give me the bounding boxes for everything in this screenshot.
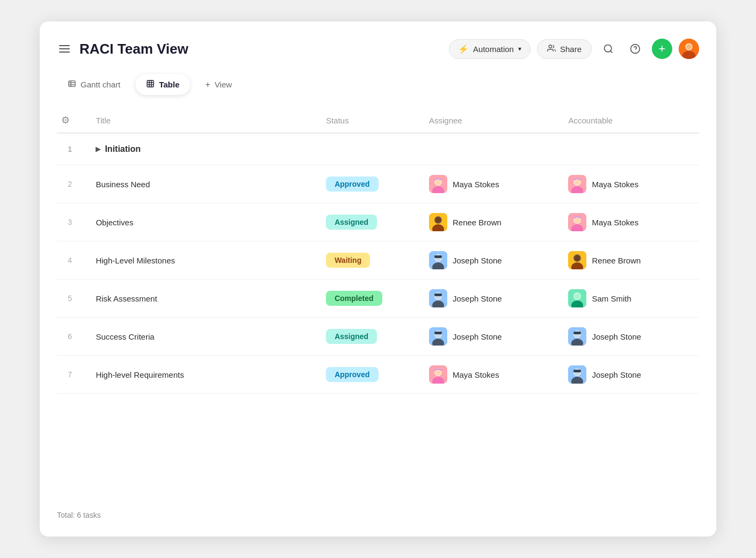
svg-rect-46 [434, 293, 442, 296]
task-accountable: Joseph Stone [559, 356, 699, 394]
assignee-avatar [429, 213, 447, 231]
task-assignee: Joseph Stone [420, 241, 560, 280]
task-accountable: Maya Stokes [559, 165, 699, 203]
task-assignee: Maya Stokes [420, 356, 560, 394]
svg-point-24 [575, 179, 580, 185]
svg-point-7 [686, 44, 692, 49]
row-num: 4 [57, 241, 87, 280]
task-status: Approved [317, 356, 420, 394]
automation-button[interactable]: ⚡ Automation ▾ [449, 39, 530, 59]
settings-icon[interactable]: ⚙ [61, 115, 70, 126]
task-title: Risk Assessment [87, 280, 317, 318]
accountable-avatar [568, 175, 586, 193]
menu-icon[interactable] [57, 43, 72, 55]
assignee-avatar [429, 251, 447, 269]
accountable-name: Maya Stokes [592, 180, 638, 189]
row-num: 1 [57, 133, 87, 165]
row-num: 6 [57, 318, 87, 356]
task-assignee: Joseph Stone [420, 318, 560, 356]
accountable-name: Sam Smith [592, 294, 631, 303]
title-col-header: Title [87, 108, 317, 133]
view-label: View [215, 80, 232, 89]
assignee-avatar [429, 365, 447, 384]
assignee-avatar [429, 289, 447, 307]
status-badge: Completed [326, 291, 382, 306]
task-status: Assigned [317, 203, 420, 241]
table-header-row: ⚙ Title Status Assignee Accountable [57, 108, 699, 133]
assignee-name: Maya Stokes [453, 370, 499, 379]
share-button[interactable]: Share [537, 39, 592, 59]
task-assignee: Renee Brown [420, 203, 560, 241]
table-row[interactable]: 4 High-Level Milestones Waiting Joseph S… [57, 241, 699, 280]
svg-point-49 [575, 293, 580, 299]
svg-rect-60 [573, 332, 581, 334]
task-title: Objectives [87, 203, 317, 241]
svg-rect-8 [69, 81, 75, 87]
assignee-avatar [429, 175, 447, 193]
accountable-avatar [568, 365, 586, 384]
header: RACI Team View ⚡ Automation ▾ Share [57, 39, 699, 59]
tab-gantt-chart[interactable]: Gantt chart [57, 74, 131, 95]
task-title: Success Criteria [87, 318, 317, 356]
task-status: Approved [317, 165, 420, 203]
task-assignee: Maya Stokes [420, 165, 560, 203]
row-num: 5 [57, 280, 87, 318]
group-title: ▶ Initiation [87, 133, 699, 165]
header-right: ⚡ Automation ▾ Share [449, 39, 699, 59]
svg-rect-37 [434, 255, 442, 258]
svg-rect-69 [573, 370, 581, 372]
user-avatar[interactable] [679, 39, 699, 59]
status-badge: Waiting [326, 253, 370, 268]
svg-point-40 [575, 255, 580, 261]
status-col-header: Status [317, 108, 420, 133]
svg-rect-12 [147, 80, 154, 87]
assignee-name: Renee Brown [453, 218, 501, 227]
task-title: High-level Requirements [87, 356, 317, 394]
table-wrap: ⚙ Title Status Assignee Accountable [57, 108, 699, 498]
accountable-col-header: Accountable [559, 108, 699, 133]
status-badge: Assigned [326, 215, 377, 230]
header-left: RACI Team View [57, 41, 188, 57]
svg-point-32 [575, 217, 580, 223]
gantt-icon [68, 79, 76, 90]
assignee-name: Joseph Stone [453, 256, 502, 265]
table-row[interactable]: 3 Objectives Assigned Renee Brown [57, 203, 699, 241]
search-button[interactable] [598, 39, 619, 59]
help-button[interactable] [625, 39, 645, 59]
status-badge: Assigned [326, 329, 377, 344]
table-row[interactable]: 5 Risk Assessment Completed Joseph Stone [57, 280, 699, 318]
table-row[interactable]: 7 High-level Requirements Approved Maya … [57, 356, 699, 394]
table-row[interactable]: 6 Success Criteria Assigned Joseph Stone [57, 318, 699, 356]
assignee-name: Maya Stokes [453, 180, 499, 189]
task-status: Completed [317, 280, 420, 318]
add-button[interactable]: + [652, 39, 672, 59]
share-icon [547, 44, 556, 54]
tab-view[interactable]: + View [194, 74, 243, 95]
accountable-name: Maya Stokes [592, 218, 638, 227]
task-accountable: Renee Brown [559, 241, 699, 280]
page-title: RACI Team View [79, 41, 188, 57]
table-row[interactable]: 1 ▶ Initiation [57, 133, 699, 165]
main-table: ⚙ Title Status Assignee Accountable [57, 108, 699, 394]
svg-point-27 [435, 217, 441, 223]
row-num: 3 [57, 203, 87, 241]
task-status: Assigned [317, 318, 420, 356]
row-num: 7 [57, 356, 87, 394]
lightning-icon: ⚡ [458, 44, 469, 54]
task-title: High-Level Milestones [87, 241, 317, 280]
status-badge: Approved [326, 367, 378, 382]
task-accountable: Sam Smith [559, 280, 699, 318]
svg-point-64 [435, 370, 441, 376]
table-icon [146, 79, 155, 90]
settings-col-header[interactable]: ⚙ [57, 108, 87, 133]
svg-point-20 [435, 179, 441, 185]
task-accountable: Joseph Stone [559, 318, 699, 356]
task-assignee: Joseph Stone [420, 280, 560, 318]
assignee-name: Joseph Stone [453, 294, 502, 303]
plus-icon: + [205, 80, 210, 90]
view-tabs: Gantt chart Table + View [57, 74, 699, 95]
tab-table[interactable]: Table [135, 74, 190, 95]
accountable-avatar [568, 213, 586, 231]
accountable-avatar [568, 251, 586, 269]
table-row[interactable]: 2 Business Need Approved Maya Stokes [57, 165, 699, 203]
